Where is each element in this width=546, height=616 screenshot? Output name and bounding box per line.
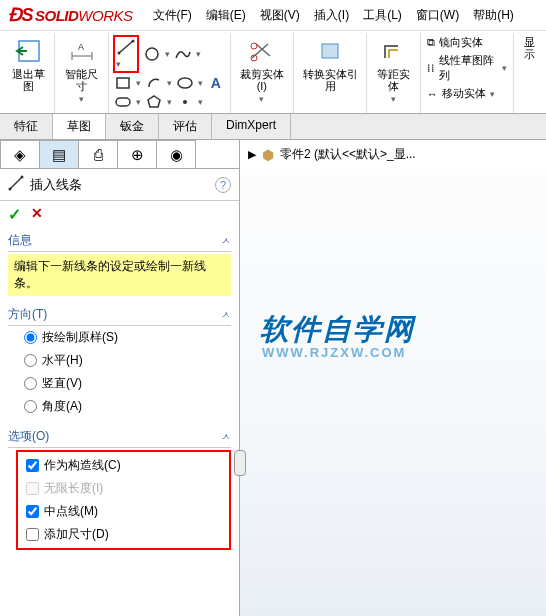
radio-asdrawn[interactable] [24,331,37,344]
part-icon: ⬢ [262,147,274,163]
opt-midpoint-row[interactable]: 中点线(M) [22,500,225,523]
content-area: ◈ ▤ ⎙ ⊕ ◉ 插入线条 ? ✓ ✕ 信息ㅅ 编辑下一新线条的设定或绘制一新… [0,140,546,616]
svg-line-2 [119,41,133,53]
collapse-icon: ㅅ [221,308,231,322]
panel-tab-dimxpert[interactable]: ⊕ [117,140,157,168]
mirror-button[interactable]: ⧉镜向实体 [427,35,507,50]
svg-point-7 [178,78,192,88]
convert-button[interactable]: 转换实体引用 [294,33,368,113]
ellipse-icon[interactable] [175,74,195,92]
tab-feature[interactable]: 特征 [0,114,53,139]
checkbox-midpoint[interactable] [26,505,39,518]
ds-icon: ƉS [8,4,33,26]
svg-point-4 [131,40,134,43]
svg-rect-8 [116,98,130,106]
splitter-handle[interactable] [234,450,246,476]
spline-icon[interactable] [173,45,193,63]
exit-sketch-label: 退出草图 [8,68,48,92]
svg-line-14 [10,177,22,189]
panel-tab-property[interactable]: ▤ [39,140,79,168]
info-body: 编辑下一新线条的设定或绘制一新线条。 [8,254,231,296]
menu-help[interactable]: 帮助(H) [473,7,514,24]
direction-header[interactable]: 方向(T)ㅅ [8,306,231,326]
app-logo: ƉS SOLIDWORKS [8,4,133,26]
ribbon: 退出草图 A 智能尺寸▾ ▾ ▾ ▾ ▾ ▾ ▾ A ▾ ▾ ▾ 裁剪实体(I)… [0,31,546,114]
opt-construction-label: 作为构造线(C) [44,457,121,474]
polygon-icon[interactable] [144,93,164,111]
circle-icon[interactable] [142,45,162,63]
tab-sheetmetal[interactable]: 钣金 [106,114,159,139]
panel-tab-feature[interactable]: ◈ [0,140,40,168]
exit-sketch-button[interactable]: 退出草图 [2,33,55,113]
line-icon [116,38,136,56]
smart-dim-icon: A [66,35,98,67]
point-icon[interactable] [175,93,195,111]
move-button[interactable]: ↔移动实体▾ [427,86,507,101]
tab-dimxpert[interactable]: DimXpert [212,114,291,139]
ok-button[interactable]: ✓ [8,205,21,224]
menu-edit[interactable]: 编辑(E) [206,7,246,24]
opt-construction-row[interactable]: 作为构造线(C) [22,454,225,477]
menu-window[interactable]: 窗口(W) [416,7,459,24]
dir-angle-row[interactable]: 角度(A) [8,395,231,418]
svg-text:A: A [78,42,84,52]
slot-icon[interactable] [113,93,133,111]
display-button[interactable]: 显示 [514,33,546,113]
line-icon [8,175,24,194]
panel-title: 插入线条 [30,176,82,194]
tab-sketch[interactable]: 草图 [53,114,106,139]
radio-angle[interactable] [24,400,37,413]
logo-solid: SOLID [35,7,78,24]
mirror-icon: ⧉ [427,36,435,49]
tree-expand-icon[interactable]: ▶ [248,148,256,161]
trim-icon [246,35,278,67]
svg-point-15 [9,188,12,191]
dir-vert-row[interactable]: 竖直(V) [8,372,231,395]
text-icon[interactable]: A [206,74,226,92]
menu-tools[interactable]: 工具(L) [363,7,402,24]
collapse-icon: ㅅ [221,234,231,248]
feature-tree-bar: ▶ ⬢ 零件2 (默认<<默认>_显... [240,140,546,169]
radio-vert[interactable] [24,377,37,390]
line-tool-highlighted[interactable]: ▾ [113,35,139,73]
dir-asdrawn-row[interactable]: 按绘制原样(S) [8,326,231,349]
panel-title-row: 插入线条 [8,175,82,194]
tab-evaluate[interactable]: 评估 [159,114,212,139]
main-menu: 文件(F) 编辑(E) 视图(V) 插入(I) 工具(L) 窗口(W) 帮助(H… [153,7,514,24]
pattern-button[interactable]: ⁞⁞线性草图阵列▾ [427,53,507,83]
opt-infinite-row: 无限长度(I) [22,477,225,500]
logo-works: WORKS [78,7,132,24]
graphics-area[interactable]: ▶ ⬢ 零件2 (默认<<默认>_显... 软件自学网 WWW.RJZXW.CO… [240,140,546,616]
svg-marker-9 [148,96,160,107]
opt-midpoint-label: 中点线(M) [44,503,98,520]
menu-file[interactable]: 文件(F) [153,7,192,24]
panel-tab-appearance[interactable]: ◉ [156,140,196,168]
menu-insert[interactable]: 插入(I) [314,7,349,24]
trim-button[interactable]: 裁剪实体(I)▾ [231,33,294,113]
convert-icon [314,35,346,67]
svg-point-3 [117,52,120,55]
checkbox-construction[interactable] [26,459,39,472]
cancel-button[interactable]: ✕ [31,205,43,224]
smart-dim-button[interactable]: A 智能尺寸▾ [55,33,108,113]
watermark-sub: WWW.RJZXW.COM [262,345,406,360]
checkbox-adddim[interactable] [26,528,39,541]
info-header[interactable]: 信息ㅅ [8,232,231,252]
dir-horiz-row[interactable]: 水平(H) [8,349,231,372]
menu-view[interactable]: 视图(V) [260,7,300,24]
arc-icon[interactable] [144,74,164,92]
part-name[interactable]: 零件2 (默认<<默认>_显... [280,146,416,163]
rect-icon[interactable] [113,74,133,92]
checkbox-infinite [26,482,39,495]
draw-tools-group: ▾ ▾ ▾ ▾ ▾ ▾ A ▾ ▾ ▾ [109,33,231,113]
offset-button[interactable]: 等距实体▾ [367,33,420,113]
convert-label: 转换实体引用 [300,68,361,92]
opt-adddim-row[interactable]: 添加尺寸(D) [22,523,225,546]
options-header[interactable]: 选项(O)ㅅ [8,428,231,448]
display-label: 显示 [520,36,540,60]
help-icon[interactable]: ? [215,177,231,193]
dir-vert-label: 竖直(V) [42,375,82,392]
panel-tab-config[interactable]: ⎙ [78,140,118,168]
radio-horiz[interactable] [24,354,37,367]
svg-point-16 [21,176,24,179]
